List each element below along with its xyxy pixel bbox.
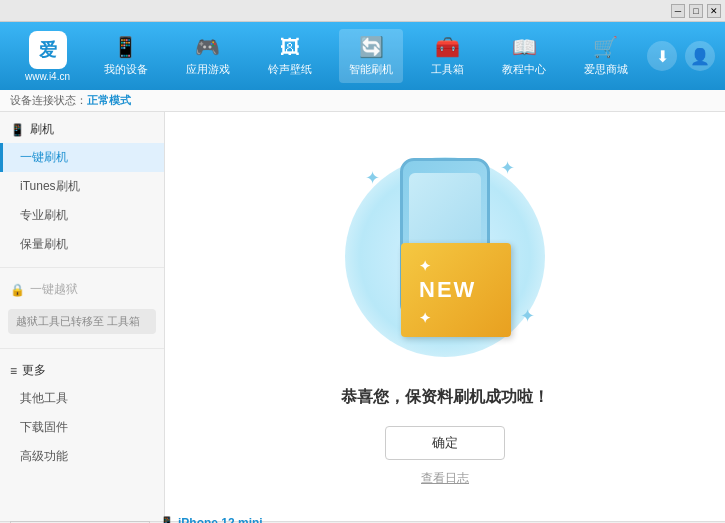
- nav-toolbox-label: 工具箱: [431, 62, 464, 77]
- main-area: 📱 刷机 一键刷机 iTunes刷机 专业刷机 保量刷机 🔒 一键越狱 越狱工具…: [0, 112, 725, 521]
- sidebar-section-more: ≡ 更多 其他工具 下载固件 高级功能: [0, 353, 164, 475]
- nav-store-label: 爱思商城: [584, 62, 628, 77]
- sidebar-item-pro-flash[interactable]: 专业刷机: [0, 201, 164, 230]
- sidebar-divider-2: [0, 348, 164, 349]
- sidebar-item-save-flash[interactable]: 保量刷机: [0, 230, 164, 259]
- nav-store[interactable]: 🛒 爱思商城: [574, 29, 638, 83]
- logo-sub: www.i4.cn: [25, 71, 70, 82]
- nav-my-device-label: 我的设备: [104, 62, 148, 77]
- app-logo: 爱 www.i4.cn: [10, 31, 85, 82]
- my-device-icon: 📱: [113, 35, 138, 59]
- sidebar-title-more: ≡ 更多: [0, 357, 164, 384]
- maximize-button[interactable]: □: [689, 4, 703, 18]
- sidebar-title-jailbreak: 🔒 一键越狱: [0, 276, 164, 303]
- device-name: iPhone 12 mini: [178, 516, 263, 524]
- status-value: 正常模式: [87, 94, 131, 106]
- device-info: 📱 iPhone 12 mini 64GB Down-12mini-13,1: [160, 516, 263, 524]
- jailbreak-section-icon: 🔒: [10, 283, 25, 297]
- nav-wallpaper[interactable]: 🖼 铃声壁纸: [258, 30, 322, 83]
- nav-tutorial[interactable]: 📖 教程中心: [492, 29, 556, 83]
- nav-apps-games-label: 应用游戏: [186, 62, 230, 77]
- download-button[interactable]: ⬇: [647, 41, 677, 71]
- logo-icon: 爱: [29, 31, 67, 69]
- nav-bar: 📱 我的设备 🎮 应用游戏 🖼 铃声壁纸 🔄 智能刷机 🧰 工具箱 📖 教程中心…: [85, 29, 647, 83]
- hero-illustration: ✦ ✦ ✦ NEW: [335, 147, 555, 367]
- status-label: 设备连接状态：: [10, 94, 87, 106]
- confirm-button[interactable]: 确定: [385, 426, 505, 460]
- tutorial-icon: 📖: [512, 35, 537, 59]
- store-icon: 🛒: [593, 35, 618, 59]
- nav-tutorial-label: 教程中心: [502, 62, 546, 77]
- sidebar-divider-1: [0, 267, 164, 268]
- sidebar-section-jailbreak: 🔒 一键越狱 越狱工具已转移至 工具箱: [0, 272, 164, 344]
- sidebar-item-one-click-flash[interactable]: 一键刷机: [0, 143, 164, 172]
- sparkle-icon-1: ✦: [365, 167, 380, 189]
- sparkle-icon-3: ✦: [520, 305, 535, 327]
- content-area: ✦ ✦ ✦ NEW 恭喜您，保资料刷机成功啦！ 确定 查看日志: [165, 112, 725, 521]
- jailbreak-info: 越狱工具已转移至 工具箱: [8, 309, 156, 334]
- smart-flash-icon: 🔄: [359, 35, 384, 59]
- sidebar-item-download-firmware[interactable]: 下载固件: [0, 413, 164, 442]
- sidebar-section-flash: 📱 刷机 一键刷机 iTunes刷机 专业刷机 保量刷机: [0, 112, 164, 263]
- nav-my-device[interactable]: 📱 我的设备: [94, 29, 158, 83]
- sidebar-title-flash: 📱 刷机: [0, 116, 164, 143]
- device-icon: 📱: [160, 516, 174, 523]
- nav-toolbox[interactable]: 🧰 工具箱: [421, 29, 474, 83]
- toolbox-icon: 🧰: [435, 35, 460, 59]
- sidebar: 📱 刷机 一键刷机 iTunes刷机 专业刷机 保量刷机 🔒 一键越狱 越狱工具…: [0, 112, 165, 521]
- window-controls: ─ □ ✕: [671, 4, 721, 18]
- minimize-button[interactable]: ─: [671, 4, 685, 18]
- nav-smart-flash[interactable]: 🔄 智能刷机: [339, 29, 403, 83]
- header: 爱 www.i4.cn 📱 我的设备 🎮 应用游戏 🖼 铃声壁纸 🔄 智能刷机 …: [0, 22, 725, 90]
- nav-wallpaper-label: 铃声壁纸: [268, 62, 312, 77]
- nav-apps-games[interactable]: 🎮 应用游戏: [176, 29, 240, 83]
- close-button[interactable]: ✕: [707, 4, 721, 18]
- sparkle-icon-2: ✦: [500, 157, 515, 179]
- title-bar: ─ □ ✕: [0, 0, 725, 22]
- wallpaper-icon: 🖼: [280, 36, 300, 59]
- bottom-left: ✓ 自动刷逻 ✓ 跳过向导 📱 iPhone 12 mini 64GB Down…: [10, 516, 508, 524]
- more-section-icon: ≡: [10, 364, 17, 378]
- success-message: 恭喜您，保资料刷机成功啦！: [341, 387, 549, 408]
- new-badge: NEW: [401, 243, 511, 337]
- user-button[interactable]: 👤: [685, 41, 715, 71]
- again-link[interactable]: 查看日志: [421, 470, 469, 487]
- apps-games-icon: 🎮: [195, 35, 220, 59]
- flash-section-icon: 📱: [10, 123, 25, 137]
- nav-smart-flash-label: 智能刷机: [349, 62, 393, 77]
- sidebar-item-itunes-flash[interactable]: iTunes刷机: [0, 172, 164, 201]
- sidebar-item-other-tools[interactable]: 其他工具: [0, 384, 164, 413]
- app-status-bar: 设备连接状态：正常模式: [0, 90, 725, 112]
- header-right: ⬇ 👤: [647, 41, 715, 71]
- sidebar-item-advanced[interactable]: 高级功能: [0, 442, 164, 471]
